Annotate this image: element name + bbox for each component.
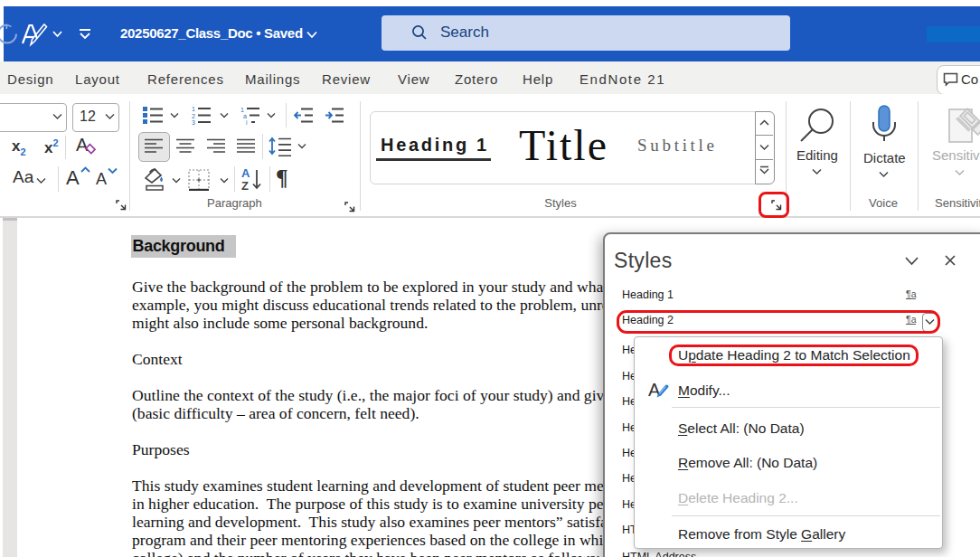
svg-text:A: A [241,167,250,180]
svg-text:3: 3 [192,119,195,125]
svg-text:1: 1 [192,106,195,112]
svg-text:2: 2 [192,113,195,119]
svg-text:i: i [246,119,248,125]
svg-text:Z: Z [241,179,249,192]
svg-text:1: 1 [240,107,244,113]
svg-text:a: a [243,113,247,119]
